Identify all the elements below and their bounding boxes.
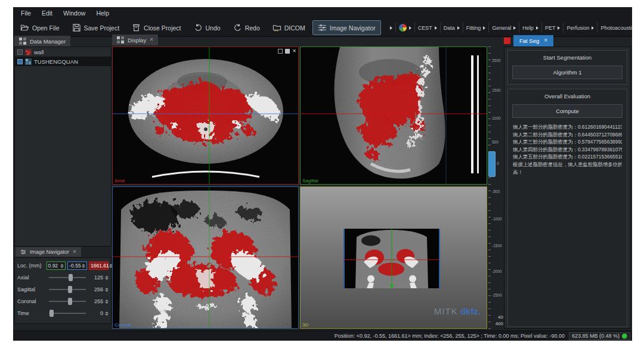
algorithm-1-button[interactable]: Algorithm 1 [512, 66, 623, 79]
coronal-ct-image [113, 187, 298, 328]
display-tab[interactable]: Display × [112, 35, 158, 45]
spin-up-icon[interactable] [105, 311, 109, 313]
view-menu-color[interactable] [395, 23, 414, 33]
slider-label: Sagittal [17, 286, 45, 292]
close-icon[interactable]: × [544, 38, 547, 43]
crosshair-toggle-icon[interactable]: ✕ [292, 48, 296, 54]
slider-handle[interactable] [69, 274, 73, 281]
data-manager-tab[interactable]: Data Manager [14, 36, 70, 46]
save-project-button[interactable]: Save Project [67, 20, 125, 35]
undo-button[interactable]: Undo [188, 20, 226, 35]
redo-button[interactable]: Redo [228, 20, 265, 35]
view-menu-collapsed[interactable] [387, 23, 395, 33]
left-column: Data Manager wall TUSHENGQUAN Image Navi… [14, 36, 112, 324]
view-menu-cest[interactable]: CEST [414, 23, 440, 33]
spin-up-icon[interactable] [105, 276, 109, 278]
tick-label: -500 [492, 189, 500, 194]
window-value: 400 [488, 320, 503, 327]
image-node-icon [25, 58, 32, 65]
axial-slider-row: Axial 125 [15, 272, 111, 284]
view-menu-pet[interactable]: PET [541, 23, 564, 33]
spin-up-icon[interactable] [105, 300, 109, 301]
view-menu-data[interactable]: Data [440, 23, 463, 33]
tick-label: 500 [492, 140, 499, 144]
time-slider[interactable] [49, 313, 86, 314]
loc-x-spinbox[interactable]: 0.92 [47, 261, 66, 270]
fat-seg-tab[interactable]: Fat Seg × [513, 35, 553, 46]
visibility-checkbox[interactable] [17, 49, 23, 55]
tick-label: -2000 [492, 269, 502, 273]
menu-file[interactable]: File [16, 8, 36, 18]
loc-y-spinbox[interactable]: -0.55 [67, 261, 87, 270]
view-menu-perfusion[interactable]: Perfusion [563, 23, 597, 33]
coronal-render-window[interactable]: Coronal [112, 186, 299, 329]
slider-handle[interactable] [68, 286, 72, 293]
visibility-checkbox[interactable] [17, 59, 23, 64]
button-label: Close Project [144, 24, 181, 32]
spin-down-icon[interactable] [105, 302, 109, 304]
pin-icon[interactable] [278, 49, 283, 54]
axial-slider[interactable] [49, 277, 86, 278]
menu-window[interactable]: Window [58, 8, 91, 18]
threed-render-window[interactable]: MITK dkfz. 3D [300, 186, 487, 329]
loc-z-spinbox[interactable]: 1661.61 [89, 261, 109, 270]
view-menu-general[interactable]: General [488, 23, 519, 33]
fat-seg-view: Fat Seg × Start Segmentation Algorithm 1… [504, 35, 631, 329]
sagittal-slider[interactable] [49, 289, 86, 290]
threed-view-label: 3D [302, 322, 308, 328]
image-navigator-tab[interactable]: Image Navigator × [16, 247, 81, 257]
start-segmentation-title: Start Segmentation [508, 51, 627, 63]
loc-z-value: 1661.61 [91, 263, 109, 269]
menu-label: General [492, 25, 511, 31]
image-navigator-button[interactable]: Image Navigator [312, 20, 381, 35]
tree-node-wall[interactable]: wall [15, 47, 111, 57]
sagittal-view-label: Sagittal [302, 178, 318, 183]
coronal-slider[interactable] [49, 301, 86, 302]
memory-usage-box: 623.85 MB (0.48 %) [569, 332, 630, 340]
save-disk-icon [72, 23, 81, 32]
sagittal-render-window[interactable]: Sagittal [300, 46, 487, 185]
fat-seg-view-icon [504, 38, 510, 44]
axial-render-window[interactable]: ✕ [112, 46, 299, 185]
spin-down-icon[interactable] [60, 266, 64, 268]
dicom-button[interactable]: DICOM [267, 20, 311, 35]
spin-down-icon[interactable] [105, 314, 109, 316]
view-menu-help[interactable]: Help [519, 23, 541, 33]
menu-square-icon[interactable] [285, 49, 290, 54]
close-project-button[interactable]: Close Project [126, 20, 186, 35]
open-file-button[interactable]: Open File [15, 20, 65, 35]
spin-up-icon[interactable] [60, 264, 64, 266]
undo-arrow-icon [194, 23, 203, 32]
view-menu-photoacoustics[interactable]: Photoacoustics [597, 23, 632, 33]
level-window-handle[interactable] [488, 151, 496, 177]
slider-value: 125 [90, 275, 103, 281]
memory-status-icon [622, 334, 627, 339]
open-folder-icon [20, 23, 29, 32]
tree-node-tushengquan[interactable]: TUSHENGQUAN [15, 57, 111, 66]
tab-label: Display [128, 37, 146, 43]
mitk-workbench-window: File Edit Window Help Open File Save Pro… [13, 7, 632, 341]
level-window-slider[interactable]: 2500 1500 1000 500 0 -500 -1000 -1500 -2… [488, 46, 500, 329]
tab-label: Fat Seg [519, 38, 539, 44]
button-label: Open File [32, 24, 60, 32]
slider-handle[interactable] [68, 298, 72, 305]
menu-help[interactable]: Help [91, 8, 114, 18]
compute-button[interactable]: Compute [512, 104, 623, 118]
submenu-arrow-icon [457, 26, 460, 30]
result-line: 病人第二部分的脂肪密度为：0.6445037127096894 [513, 131, 622, 139]
spin-up-icon[interactable] [105, 288, 109, 289]
axial-ct-image [113, 47, 298, 184]
dicom-folder-icon [273, 23, 281, 32]
spin-up-icon[interactable] [82, 264, 85, 266]
spin-down-icon[interactable] [105, 278, 109, 280]
slider-handle[interactable] [49, 310, 54, 317]
close-icon[interactable]: × [150, 37, 153, 43]
tick-label: 1500 [492, 88, 500, 92]
spin-down-icon[interactable] [82, 266, 85, 268]
slider-value: 0 [90, 310, 103, 316]
menu-edit[interactable]: Edit [36, 8, 58, 18]
result-line: 病人第四部分的脂肪密度为：0.33479978936107574 [513, 146, 622, 154]
view-menu-fitting[interactable]: Fitting [463, 23, 489, 33]
close-icon[interactable]: × [73, 249, 76, 255]
spin-down-icon[interactable] [105, 290, 109, 292]
